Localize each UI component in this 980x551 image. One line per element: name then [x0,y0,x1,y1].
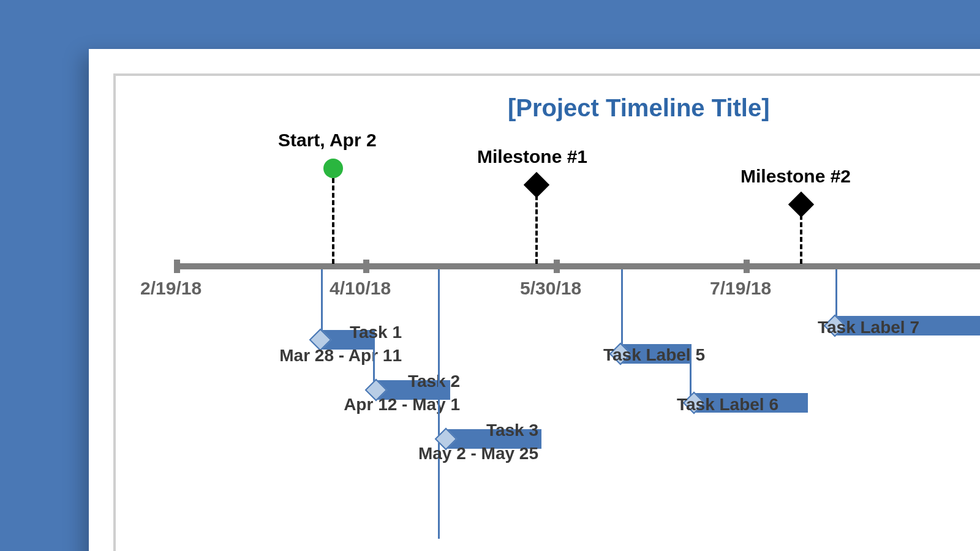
task-name: Task Label 5 [603,345,705,364]
task-date-range: Apr 12 - May 1 [344,395,460,414]
milestone-label: Milestone #2 [741,166,851,187]
task-label: Task Label 7 [818,316,919,339]
axis-tick-label: 2/19/18 [140,278,202,299]
milestone-connector [535,195,538,264]
milestone-connector [332,178,334,264]
timeline-axis [174,263,980,269]
task-name: Task Label 7 [818,318,919,337]
milestone-label-start: Start, Apr 2 [278,130,377,151]
axis-tick-label: 4/10/18 [330,278,391,299]
timeline-chart: [Project Timeline Title] 2/19/18 4/10/18… [116,76,980,551]
start-marker-icon [323,159,343,178]
milestone-connector [800,215,802,264]
task-label: Task Label 6 [677,393,778,416]
task-date-range: May 2 - May 25 [418,444,538,463]
axis-tick-label: 7/19/18 [710,278,771,299]
axis-tick [744,260,750,273]
task-date-range: Mar 28 - Apr 11 [279,346,402,365]
axis-tick [363,260,369,273]
axis-tick [174,260,180,273]
axis-tick-label: 5/30/18 [520,278,581,299]
document-page: [Project Timeline Title] 2/19/18 4/10/18… [89,49,980,551]
task-connector [621,269,623,354]
milestone-label: Milestone #1 [477,146,587,167]
task-connector [438,269,440,539]
task-name: Task 1 [350,323,402,342]
task-label: Task 3 May 2 - May 25 [418,419,538,465]
chart-title: [Project Timeline Title] [508,94,770,122]
document-canvas: [Project Timeline Title] 2/19/18 4/10/18… [113,73,980,551]
axis-tick [554,260,560,273]
task-label: Task 1 Mar 28 - Apr 11 [279,321,402,367]
milestone-diamond-icon [524,172,549,198]
task-label: Task 2 Apr 12 - May 1 [344,370,460,416]
task-name: Task 2 [408,372,460,391]
task-name: Task 3 [486,421,538,440]
milestone-diamond-icon [788,192,814,217]
task-name: Task Label 6 [677,395,778,414]
